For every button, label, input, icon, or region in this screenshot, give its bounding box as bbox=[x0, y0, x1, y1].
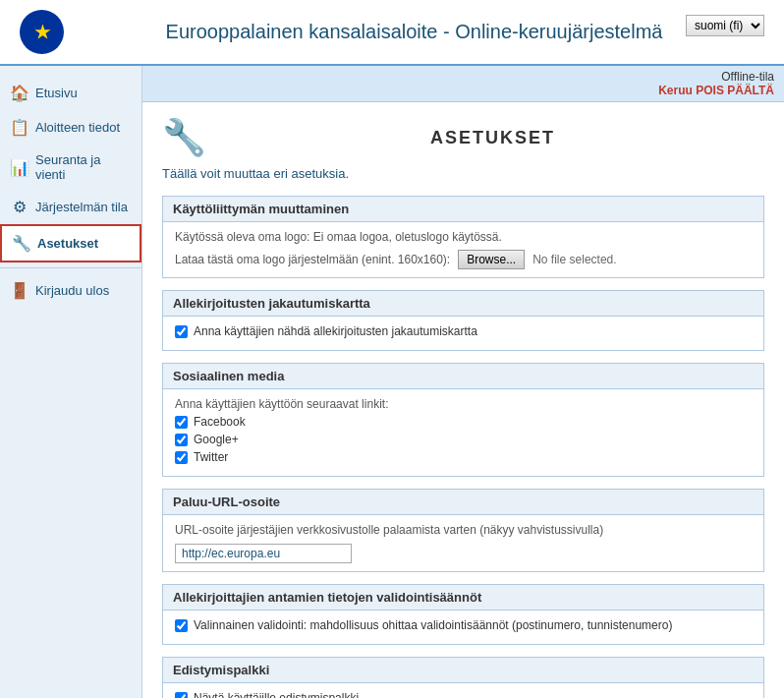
checkbox-label-edistymispalkki: Näytä käyttäjille edistymispalkki bbox=[194, 691, 359, 698]
social-intro: Anna käyttäjien käyttöön seuraavat linki… bbox=[175, 397, 752, 411]
checkbox-label-validointi: Valinnainen validointi: mahdollisuus ohi… bbox=[194, 618, 672, 632]
checkbox-row-facebook: Facebook bbox=[175, 415, 752, 429]
top-bar: Offline-tila Keruu POIS PÄÄLTÄ bbox=[142, 66, 784, 102]
section-body-paluu-url: URL-osoite järjestäjien verkkosivustolle… bbox=[163, 515, 763, 571]
paluu-url-desc: URL-osoite järjestäjien verkkosivustolle… bbox=[175, 523, 752, 537]
language-selector[interactable]: suomi (fi) bbox=[686, 15, 764, 36]
sidebar: 🏠 Etusivu 📋 Aloitteen tiedot 📊 Seuranta … bbox=[0, 66, 142, 698]
page-header-title: Eurooppalainen kansalaisaloite - Online-… bbox=[64, 21, 764, 43]
section-title-validointi: Allekirjoittajien antamien tietojen vali… bbox=[163, 585, 763, 611]
section-body-jakautumiskartta: Anna käyttäjien nähdä allekirjoitusten j… bbox=[163, 317, 763, 350]
checkbox-row-validointi: Valinnainen validointi: mahdollisuus ohi… bbox=[175, 618, 752, 632]
settings-wrench-icon: 🔧 bbox=[162, 117, 206, 158]
section-body-validointi: Valinnainen validointi: mahdollisuus ohi… bbox=[163, 611, 763, 644]
home-icon: 🏠 bbox=[10, 84, 29, 102]
logout-icon: 🚪 bbox=[10, 281, 29, 300]
offline-status: Offline-tila bbox=[152, 70, 774, 84]
section-title-paluu-url: Paluu-URL-osoite bbox=[163, 490, 763, 515]
checkbox-row-twitter: Twitter bbox=[175, 450, 752, 464]
sidebar-item-jarjestelman-tila[interactable]: ⚙ Järjestelmän tila bbox=[0, 190, 141, 224]
page-header: 🔧 ASETUKSET bbox=[162, 117, 764, 158]
upload-row: Lataa tästä oma logo järjestelmään (enin… bbox=[175, 250, 752, 269]
gear-icon: ⚙ bbox=[10, 198, 29, 216]
checkbox-facebook[interactable] bbox=[175, 416, 188, 429]
section-sosiaalinen-media: Sosiaalinen media Anna käyttäjien käyttö… bbox=[162, 363, 764, 477]
sidebar-item-etusivu[interactable]: 🏠 Etusivu bbox=[0, 76, 141, 110]
sidebar-item-kirjaudu[interactable]: 🚪 Kirjaudu ulos bbox=[0, 273, 141, 308]
checkbox-row-edistymispalkki: Näytä käyttäjille edistymispalkki bbox=[175, 691, 752, 698]
keruu-status: Keruu POIS PÄÄLTÄ bbox=[152, 84, 774, 97]
label-facebook: Facebook bbox=[194, 415, 246, 429]
page-title: ASETUKSET bbox=[221, 128, 764, 148]
sidebar-item-aloitteen-tiedot[interactable]: 📋 Aloitteen tiedot bbox=[0, 110, 141, 145]
sidebar-label-kirjaudu: Kirjaudu ulos bbox=[35, 283, 109, 298]
sidebar-item-asetukset[interactable]: 🔧 Asetukset bbox=[0, 224, 141, 262]
section-edistymispalkki: Edistymispalkki Näytä käyttäjille edisty… bbox=[162, 657, 764, 698]
sidebar-divider bbox=[0, 267, 141, 268]
section-body-kayttolittyma: Käytössä oleva oma logo: Ei omaa logoa, … bbox=[163, 222, 763, 277]
sidebar-label-jarjestelman-tila: Järjestelmän tila bbox=[35, 200, 128, 214]
upload-label: Lataa tästä oma logo järjestelmään (enin… bbox=[175, 253, 450, 266]
checkbox-row-googleplus: Google+ bbox=[175, 433, 752, 446]
wrench-icon: 🔧 bbox=[12, 234, 31, 253]
sidebar-label-asetukset: Asetukset bbox=[37, 236, 98, 251]
document-icon: 📋 bbox=[10, 118, 29, 137]
section-validointi: Allekirjoittajien antamien tietojen vali… bbox=[162, 584, 764, 645]
section-title-edistymispalkki: Edistymispalkki bbox=[163, 658, 763, 683]
section-kayttolittyma: Käyttöliittymän muuttaminen Käytössä ole… bbox=[162, 196, 764, 278]
checkbox-edistymispalkki[interactable] bbox=[175, 692, 188, 699]
checkbox-twitter[interactable] bbox=[175, 451, 188, 464]
checkbox-googleplus[interactable] bbox=[175, 434, 188, 446]
sidebar-label-aloitteen-tiedot: Aloitteen tiedot bbox=[35, 120, 120, 135]
settings-content: 🔧 ASETUKSET Täällä voit muuttaa eri aset… bbox=[142, 102, 784, 698]
logo-status-label: Käytössä oleva oma logo: Ei omaa logoa, … bbox=[175, 230, 752, 244]
no-file-label: No file selected. bbox=[532, 253, 616, 266]
checkbox-row-jakautumiskartta: Anna käyttäjien nähdä allekirjoitusten j… bbox=[175, 324, 752, 338]
main-content: Offline-tila Keruu POIS PÄÄLTÄ 🔧 ASETUKS… bbox=[142, 66, 784, 698]
section-body-edistymispalkki: Näytä käyttäjille edistymispalkki Aseta … bbox=[163, 683, 763, 698]
language-dropdown[interactable]: suomi (fi) bbox=[686, 15, 764, 36]
section-title-jakautumiskartta: Allekirjoitusten jakautumiskartta bbox=[163, 291, 763, 317]
chart-icon: 📊 bbox=[10, 158, 29, 177]
checkbox-label-jakautumiskartta: Anna käyttäjien nähdä allekirjoitusten j… bbox=[194, 324, 477, 338]
section-title-kayttolittyma: Käyttöliittymän muuttaminen bbox=[163, 197, 763, 222]
checkbox-validointi[interactable] bbox=[175, 619, 188, 632]
label-twitter: Twitter bbox=[194, 450, 228, 464]
section-paluu-url: Paluu-URL-osoite URL-osoite järjestäjien… bbox=[162, 489, 764, 572]
sidebar-item-seuranta[interactable]: 📊 Seuranta ja vienti bbox=[0, 145, 141, 190]
section-jakautumiskartta: Allekirjoitusten jakautumiskartta Anna k… bbox=[162, 290, 764, 351]
checkbox-jakautumiskartta[interactable] bbox=[175, 325, 188, 338]
page-description: Täällä voit muuttaa eri asetuksia. bbox=[162, 166, 764, 181]
sidebar-label-etusivu: Etusivu bbox=[35, 86, 78, 100]
eu-logo: ★ bbox=[20, 10, 64, 54]
sidebar-label-seuranta: Seuranta ja vienti bbox=[35, 152, 132, 182]
label-googleplus: Google+ bbox=[194, 433, 239, 446]
browse-button[interactable]: Browse... bbox=[458, 250, 525, 269]
section-title-sosiaalinen-media: Sosiaalinen media bbox=[163, 364, 763, 389]
section-body-sosiaalinen-media: Anna käyttäjien käyttöön seuraavat linki… bbox=[163, 389, 763, 476]
paluu-url-input[interactable] bbox=[175, 544, 352, 563]
